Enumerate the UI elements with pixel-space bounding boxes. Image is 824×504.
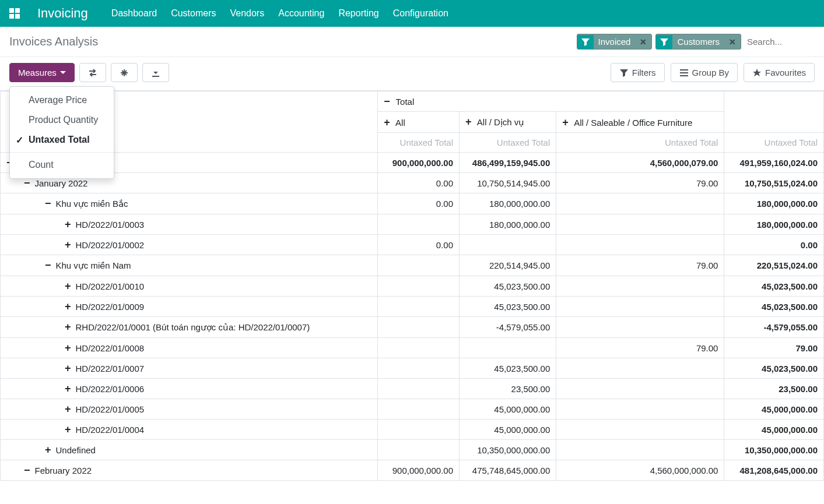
data-cell[interactable] xyxy=(556,379,724,399)
measure-header[interactable]: Untaxed Total xyxy=(378,133,460,153)
row-total-cell[interactable]: 79.00 xyxy=(724,338,824,358)
nav-customers[interactable]: Customers xyxy=(171,8,216,19)
data-cell[interactable]: 45,023,500.00 xyxy=(460,297,556,317)
row-total-cell[interactable]: 10,350,000,000.00 xyxy=(724,440,824,460)
data-cell[interactable]: 900,000,000.00 xyxy=(378,153,460,173)
data-cell[interactable]: 0.00 xyxy=(378,235,460,255)
data-cell[interactable] xyxy=(556,297,724,317)
data-cell[interactable] xyxy=(378,297,460,317)
data-cell[interactable]: 10,750,514,945.00 xyxy=(460,173,556,193)
data-cell[interactable] xyxy=(556,440,724,460)
data-cell[interactable]: 220,514,945.00 xyxy=(460,255,556,276)
data-cell[interactable] xyxy=(378,255,460,276)
row-total-cell[interactable]: 45,023,500.00 xyxy=(724,276,824,297)
data-cell[interactable]: 486,499,159,945.00 xyxy=(460,153,556,173)
data-cell[interactable]: 79.00 xyxy=(556,338,724,358)
row-total-cell[interactable]: 45,000,000.00 xyxy=(724,420,824,440)
data-cell[interactable] xyxy=(556,317,724,338)
row-header[interactable]: +RHD/2022/01/0001 (Bút toán ngược của: H… xyxy=(1,317,378,338)
data-cell[interactable] xyxy=(378,440,460,460)
data-cell[interactable] xyxy=(378,420,460,440)
data-cell[interactable]: 45,023,500.00 xyxy=(460,276,556,297)
row-total-cell[interactable]: 45,023,500.00 xyxy=(724,358,824,379)
row-header[interactable]: +HD/2022/01/0006 xyxy=(1,379,378,399)
data-cell[interactable] xyxy=(556,276,724,297)
apps-icon[interactable] xyxy=(9,8,20,19)
data-cell[interactable] xyxy=(556,358,724,379)
data-cell[interactable] xyxy=(378,399,460,420)
row-header[interactable]: +HD/2022/01/0004 xyxy=(1,420,378,440)
measure-product-quantity[interactable]: Product Quantity xyxy=(10,110,114,130)
data-cell[interactable]: 4,560,000,000.00 xyxy=(556,460,724,481)
data-cell[interactable]: 0.00 xyxy=(378,193,460,214)
expand-all-button[interactable] xyxy=(111,63,138,82)
data-cell[interactable]: 79.00 xyxy=(556,173,724,193)
data-cell[interactable] xyxy=(460,235,556,255)
row-header[interactable]: +HD/2022/01/0008 xyxy=(1,338,378,358)
data-cell[interactable] xyxy=(556,214,724,235)
data-cell[interactable] xyxy=(378,276,460,297)
data-cell[interactable]: -4,579,055.00 xyxy=(460,317,556,338)
close-icon[interactable]: ✕ xyxy=(724,35,741,49)
row-header[interactable]: +HD/2022/01/0007 xyxy=(1,358,378,379)
data-cell[interactable] xyxy=(556,399,724,420)
filters-button[interactable]: Filters xyxy=(611,63,665,82)
row-total-cell[interactable]: 491,959,160,024.00 xyxy=(724,153,824,173)
row-total-cell[interactable]: 220,515,024.00 xyxy=(724,255,824,276)
row-header[interactable]: −Khu vực miền Bắc xyxy=(1,193,378,214)
row-header[interactable]: +HD/2022/01/0009 xyxy=(1,297,378,317)
data-cell[interactable]: 23,500.00 xyxy=(460,379,556,399)
col-header-total[interactable]: − Total xyxy=(378,91,724,112)
row-header[interactable]: +HD/2022/01/0002 xyxy=(1,235,378,255)
row-header[interactable]: +HD/2022/01/0010 xyxy=(1,276,378,297)
row-total-cell[interactable]: 23,500.00 xyxy=(724,379,824,399)
row-total-cell[interactable]: 0.00 xyxy=(724,235,824,255)
row-total-cell[interactable]: 180,000,000.00 xyxy=(724,214,824,235)
measure-average-price[interactable]: Average Price xyxy=(10,90,114,110)
nav-dashboard[interactable]: Dashboard xyxy=(111,8,157,19)
nav-accounting[interactable]: Accounting xyxy=(278,8,324,19)
measure-header[interactable]: Untaxed Total xyxy=(460,133,556,153)
nav-reporting[interactable]: Reporting xyxy=(338,8,378,19)
data-cell[interactable]: 45,023,500.00 xyxy=(460,358,556,379)
data-cell[interactable]: 180,000,000.00 xyxy=(460,193,556,214)
data-cell[interactable]: 79.00 xyxy=(556,255,724,276)
data-cell[interactable] xyxy=(378,379,460,399)
nav-vendors[interactable]: Vendors xyxy=(230,8,264,19)
filter-chip-customers[interactable]: Customers ✕ xyxy=(655,34,741,50)
nav-configuration[interactable]: Configuration xyxy=(393,8,448,19)
data-cell[interactable] xyxy=(378,317,460,338)
row-header[interactable]: +Undefined xyxy=(1,440,378,460)
row-total-cell[interactable]: -4,579,055.00 xyxy=(724,317,824,338)
row-header[interactable]: −Khu vực miền Nam xyxy=(1,255,378,276)
favourites-button[interactable]: Favourites xyxy=(744,63,815,82)
groupby-button[interactable]: Group By xyxy=(671,63,738,82)
row-total-cell[interactable]: 481,208,645,000.00 xyxy=(724,460,824,481)
data-cell[interactable] xyxy=(556,235,724,255)
row-header[interactable]: +HD/2022/01/0003 xyxy=(1,214,378,235)
measure-header[interactable]: Untaxed Total xyxy=(556,133,724,153)
data-cell[interactable] xyxy=(556,420,724,440)
data-cell[interactable]: 0.00 xyxy=(378,173,460,193)
data-cell[interactable]: 900,000,000.00 xyxy=(378,460,460,481)
data-cell[interactable] xyxy=(460,338,556,358)
row-header[interactable]: +HD/2022/01/0005 xyxy=(1,399,378,420)
data-cell[interactable]: 475,748,645,000.00 xyxy=(460,460,556,481)
row-total-cell[interactable]: 180,000,000.00 xyxy=(724,193,824,214)
data-cell[interactable] xyxy=(378,214,460,235)
data-cell[interactable]: 4,560,000,079.00 xyxy=(556,153,724,173)
data-cell[interactable]: 45,000,000.00 xyxy=(460,399,556,420)
col-header-office[interactable]: + All / Saleable / Office Furniture xyxy=(556,112,724,133)
download-button[interactable] xyxy=(142,63,169,82)
flip-axis-button[interactable] xyxy=(79,63,106,82)
search-input[interactable] xyxy=(745,34,815,49)
measure-untaxed-total[interactable]: Untaxed Total xyxy=(10,130,114,150)
data-cell[interactable]: 10,350,000,000.00 xyxy=(460,440,556,460)
row-total-cell[interactable]: 10,750,515,024.00 xyxy=(724,173,824,193)
row-header[interactable]: −February 2022 xyxy=(1,460,378,481)
filter-chip-invoiced[interactable]: Invoiced ✕ xyxy=(577,34,653,50)
data-cell[interactable] xyxy=(378,338,460,358)
data-cell[interactable] xyxy=(556,193,724,214)
measure-header[interactable]: Untaxed Total xyxy=(724,133,824,153)
data-cell[interactable]: 180,000,000.00 xyxy=(460,214,556,235)
